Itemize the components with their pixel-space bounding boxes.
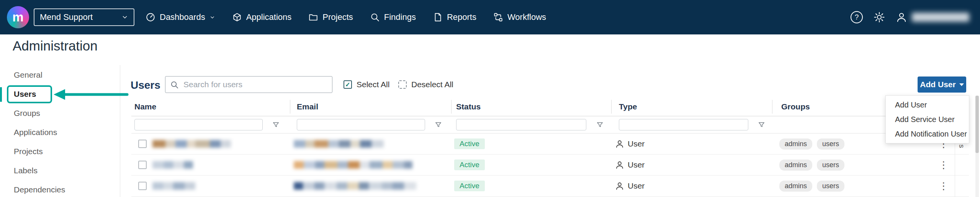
status-badge: Active: [454, 181, 485, 191]
type-label: User: [628, 139, 645, 148]
sidebar-item-label: Users: [14, 90, 36, 99]
type-cell: User: [615, 176, 645, 196]
column-header-email[interactable]: Email: [297, 98, 318, 116]
table-row[interactable]: Active User admins users ⋮: [131, 176, 969, 197]
group-chip: users: [817, 181, 844, 192]
group-chip: users: [817, 160, 844, 171]
caret-down-icon: [959, 83, 964, 86]
column-separator: [290, 100, 290, 114]
filter-funnel-icon[interactable]: [758, 121, 765, 129]
vertical-scrollbar[interactable]: [975, 96, 979, 197]
sidebar-item-users[interactable]: Users: [0, 85, 120, 104]
column-header-label: Groups: [781, 102, 810, 111]
row-checkbox[interactable]: [138, 140, 147, 148]
nav-findings[interactable]: Findings: [370, 12, 416, 22]
main-nav: Dashboards Applications Projects Finding…: [146, 0, 546, 34]
column-separator: [451, 100, 452, 114]
help-glyph: ?: [855, 13, 859, 21]
dashboard-icon: [146, 12, 155, 22]
nav-label: Dashboards: [160, 12, 205, 22]
deselect-all-label: Deselect All: [411, 80, 453, 89]
filter-input-type[interactable]: [619, 119, 748, 130]
groups-cell: admins users: [779, 176, 844, 196]
scrollbar-thumb[interactable]: [975, 96, 979, 153]
column-header-name[interactable]: Name: [134, 98, 156, 116]
select-all-checkbox[interactable]: ✓: [344, 80, 352, 89]
menu-item-add-notification-user[interactable]: Add Notification User: [886, 127, 969, 141]
sidebar-selected-indicator: [0, 87, 2, 102]
sidebar-item-general[interactable]: General: [0, 65, 120, 85]
sidebar-item-labels[interactable]: Labels: [0, 161, 120, 180]
sidebar-item-label: General: [14, 70, 43, 80]
admin-sidebar: General Users Groups Applications Projec…: [0, 65, 120, 197]
groups-cell: admins users: [779, 134, 844, 154]
user-type-icon: [615, 160, 624, 169]
column-header-status[interactable]: Status: [456, 98, 481, 116]
column-header-label: Status: [456, 102, 481, 111]
table-row[interactable]: Active User admins users ⋮: [131, 155, 969, 176]
menu-item-label: Add Service User: [895, 115, 955, 124]
column-separator: [772, 100, 772, 114]
menu-item-label: Add Notification User: [895, 130, 967, 138]
mend-logo[interactable]: m: [7, 6, 29, 28]
column-header-label: Email: [297, 102, 318, 111]
deselect-all-icon[interactable]: [398, 80, 407, 89]
users-table: Name Email Status Type Groups: [131, 98, 969, 197]
filter-input-email[interactable]: [297, 119, 425, 130]
filter-input-status[interactable]: [456, 119, 586, 130]
nav-label: Applications: [246, 12, 292, 22]
filter-funnel-icon[interactable]: [272, 121, 280, 129]
status-badge: Active: [454, 160, 485, 170]
groups-cell: admins users: [779, 155, 844, 175]
table-header-row: Name Email Status Type Groups: [131, 98, 969, 116]
user-menu[interactable]: [896, 11, 969, 23]
page-title: Administration: [13, 38, 98, 54]
row-menu-button[interactable]: ⋮: [939, 176, 949, 196]
filter-funnel-icon[interactable]: [435, 121, 442, 129]
add-user-button[interactable]: Add User: [918, 77, 966, 93]
nav-applications[interactable]: Applications: [232, 12, 292, 22]
nav-projects[interactable]: Projects: [308, 12, 353, 22]
menu-item-add-user[interactable]: Add User: [886, 98, 969, 112]
help-icon[interactable]: ?: [851, 11, 863, 23]
menu-item-add-service-user[interactable]: Add Service User: [886, 112, 969, 127]
deselect-all-control[interactable]: Deselect All: [398, 76, 453, 93]
nav-label: Projects: [322, 12, 353, 22]
users-panel-title: Users: [131, 79, 160, 91]
group-chip: admins: [779, 138, 812, 150]
gear-icon[interactable]: [874, 11, 885, 23]
nav-reports[interactable]: Reports: [433, 12, 476, 22]
mend-logo-letter: m: [12, 10, 23, 24]
add-user-menu: Add User Add Service User Add Notificati…: [885, 95, 969, 143]
nav-dashboards[interactable]: Dashboards: [146, 12, 215, 22]
filter-input-name[interactable]: [134, 119, 263, 130]
sidebar-item-groups[interactable]: Groups: [0, 104, 120, 123]
status-label: Active: [460, 140, 479, 148]
column-header-groups[interactable]: Groups: [781, 98, 810, 116]
type-cell: User: [615, 155, 645, 175]
nav-workflows[interactable]: Workflows: [493, 12, 546, 22]
select-all-control[interactable]: ✓ Select All: [344, 76, 389, 93]
row-checkbox[interactable]: [138, 161, 147, 169]
org-selector[interactable]: Mend Support: [34, 8, 134, 26]
table-row[interactable]: Active User admins users ⋮: [131, 134, 969, 155]
type-cell: User: [615, 134, 645, 154]
column-header-label: Name: [134, 102, 156, 111]
sidebar-item-applications[interactable]: Applications: [0, 123, 120, 142]
top-navbar: m Mend Support Dashboards Applications P…: [0, 0, 980, 34]
sidebar-item-label: Projects: [14, 147, 43, 156]
row-checkbox[interactable]: [138, 182, 147, 190]
filter-funnel-icon[interactable]: [596, 121, 604, 129]
sidebar-item-dependencies[interactable]: Dependencies: [0, 180, 120, 197]
sidebar-divider: [120, 65, 120, 197]
group-chip: users: [817, 138, 844, 150]
column-header-type[interactable]: Type: [619, 98, 637, 116]
row-menu-button[interactable]: ⋮: [939, 155, 949, 175]
status-badge: Active: [454, 138, 485, 149]
search-input[interactable]: [183, 80, 327, 90]
type-label: User: [628, 160, 645, 169]
status-label: Active: [460, 182, 479, 190]
add-user-label: Add User: [920, 80, 955, 89]
user-type-icon: [615, 181, 624, 190]
sidebar-item-projects[interactable]: Projects: [0, 142, 120, 161]
